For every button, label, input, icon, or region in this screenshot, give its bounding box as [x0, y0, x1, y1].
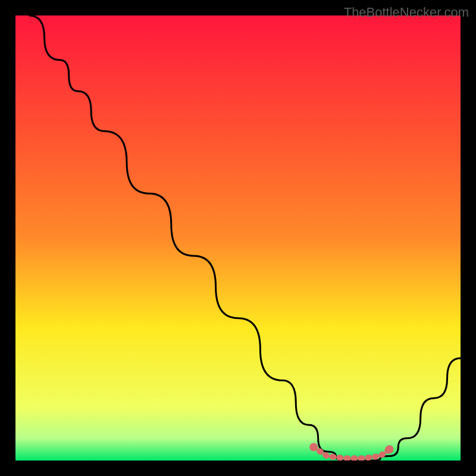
chart-area [15, 15, 461, 461]
watermark-text: TheBottleNecker.com [344, 5, 469, 20]
highlight-start-dot [309, 443, 318, 452]
chart-svg [15, 15, 461, 461]
highlight-end-dot [385, 445, 393, 453]
chart-background [15, 15, 461, 461]
